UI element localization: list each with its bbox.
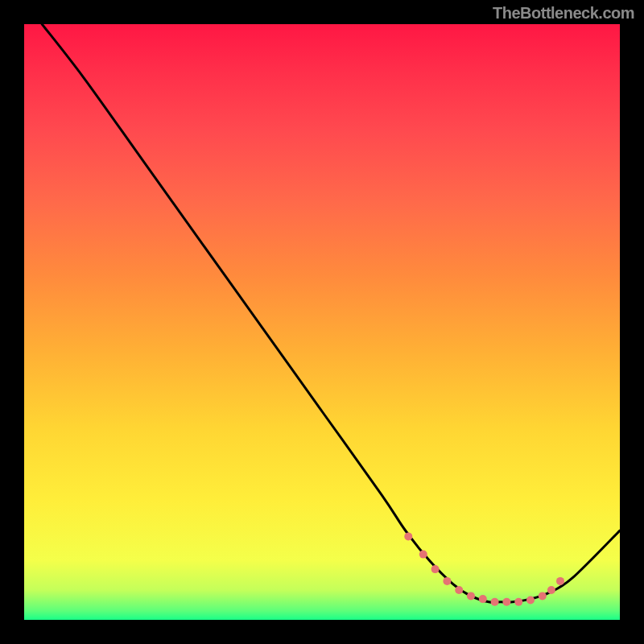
curve-layer (24, 24, 620, 620)
optimal-marker (539, 592, 547, 600)
optimal-marker (467, 592, 475, 600)
optimal-marker (419, 551, 427, 559)
optimal-marker (443, 577, 451, 585)
optimal-marker (404, 532, 412, 540)
optimal-marker (431, 565, 440, 573)
optimal-marker (556, 577, 564, 585)
optimal-marker (455, 586, 463, 594)
attribution-label: TheBottleneck.com (493, 4, 634, 23)
optimal-marker (514, 598, 522, 606)
optimal-marker (526, 597, 535, 605)
optimal-marker (502, 598, 510, 606)
optimal-marker (479, 595, 487, 603)
optimal-markers (404, 532, 564, 605)
bottleneck-curve (42, 24, 620, 602)
chart-stage: TheBottleneck.com (0, 0, 644, 644)
optimal-marker (491, 598, 499, 606)
bottleneck-plot (24, 24, 620, 620)
optimal-marker (547, 586, 555, 594)
